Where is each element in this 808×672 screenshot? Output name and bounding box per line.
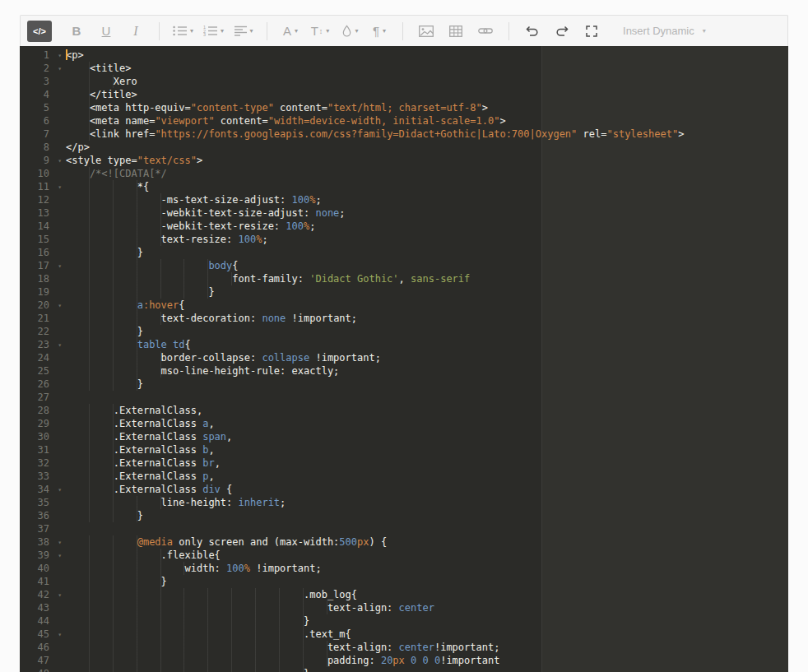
code-line[interactable]: 25mso-line-height-rule: exactly; xyxy=(20,364,788,378)
code-view-button[interactable]: </> xyxy=(27,21,52,42)
code-line[interactable]: 46text-align: center!important; xyxy=(20,641,788,654)
insert-link-button[interactable] xyxy=(476,21,495,42)
line-number: 35 xyxy=(38,497,49,508)
gutter-cell: 18 xyxy=(20,272,66,285)
code-line[interactable]: 6<meta name="viewport" content="width=de… xyxy=(20,114,788,127)
gutter-cell: 47 xyxy=(20,654,66,667)
highlight-color-button[interactable]: ▾ xyxy=(340,21,360,42)
code-line[interactable]: 20▾a:hover{ xyxy=(20,299,788,312)
code-line[interactable]: 23▾table td{ xyxy=(20,338,788,351)
code-line[interactable]: 15text-resize: 100%; xyxy=(20,233,788,246)
code-line[interactable]: 17▾body{ xyxy=(20,259,788,272)
fold-toggle-icon[interactable]: ▾ xyxy=(58,181,62,194)
line-number: 24 xyxy=(38,352,49,364)
italic-button[interactable]: I xyxy=(126,21,146,42)
undo-button[interactable] xyxy=(522,21,542,42)
code-line[interactable]: 18font-family: 'Didact Gothic', sans-ser… xyxy=(20,272,788,285)
unordered-list-button[interactable]: ▾ xyxy=(173,21,193,42)
code-line[interactable]: 5<meta http-equiv="content-type" content… xyxy=(20,101,788,114)
chevron-down-icon: ▾ xyxy=(295,28,298,35)
fold-toggle-icon[interactable]: ▾ xyxy=(58,299,62,313)
fold-toggle-icon[interactable]: ▾ xyxy=(58,260,62,273)
insert-dynamic-button[interactable]: Insert Dynamic ▾ xyxy=(618,24,711,38)
code-line[interactable]: 8</p> xyxy=(20,141,788,154)
code-line[interactable]: 38▾@media only screen and (max-width:500… xyxy=(20,535,788,549)
fold-toggle-icon[interactable]: ▾ xyxy=(58,628,62,642)
align-button[interactable]: ▾ xyxy=(234,21,253,42)
redo-button[interactable] xyxy=(552,21,572,42)
code-line[interactable]: 32.ExternalClass br, xyxy=(20,456,788,470)
code-line[interactable]: 28.ExternalClass, xyxy=(20,404,788,417)
code-line[interactable]: 48} xyxy=(20,667,788,672)
code-line[interactable]: 39▾.flexible{ xyxy=(20,549,788,562)
chevron-down-icon: ▾ xyxy=(383,28,386,35)
code-line[interactable]: 10/*<![CDATA[*/ xyxy=(20,167,788,180)
fold-toggle-icon[interactable]: ▾ xyxy=(58,49,62,63)
code-line[interactable]: 44} xyxy=(20,614,788,628)
code-text: .ExternalClass span, xyxy=(66,430,232,443)
fold-toggle-icon[interactable]: ▾ xyxy=(58,155,62,168)
fold-toggle-icon[interactable]: ▾ xyxy=(58,549,62,563)
code-segment: Xero xyxy=(114,76,137,87)
code-line[interactable]: 24border-collapse: collapse !important; xyxy=(20,351,788,364)
code-line[interactable]: 14-webkit-text-resize: 100%; xyxy=(20,220,788,233)
code-line[interactable]: 9▾<style type="text/css"> xyxy=(20,154,788,167)
code-line[interactable]: 35line-height: inherit; xyxy=(20,496,788,509)
code-line[interactable]: 19} xyxy=(20,285,788,299)
gutter-cell: 20▾ xyxy=(20,299,66,312)
indent-guides xyxy=(66,127,90,141)
code-text: } xyxy=(66,575,167,588)
code-line[interactable]: 29.ExternalClass a, xyxy=(20,417,788,430)
code-segment: text-decoration: xyxy=(161,313,262,324)
code-line[interactable]: 11▾*{ xyxy=(20,180,788,193)
code-line[interactable]: 21text-decoration: none !important; xyxy=(20,312,788,325)
code-line[interactable]: 40width: 100% !important; xyxy=(20,562,788,575)
code-line[interactable]: 33.ExternalClass p, xyxy=(20,470,788,483)
code-segment: 100 xyxy=(226,563,244,574)
code-segment: .ExternalClass xyxy=(114,484,202,495)
indent-guides xyxy=(66,180,137,193)
gutter-cell: 8 xyxy=(20,141,66,154)
code-segment: "content-type" xyxy=(191,102,274,114)
font-color-button[interactable]: A ▾ xyxy=(281,21,300,42)
fold-toggle-icon[interactable]: ▾ xyxy=(58,484,62,497)
code-line[interactable]: 37 xyxy=(20,522,788,535)
code-line[interactable]: 3Xero xyxy=(20,75,788,88)
text-size-button[interactable]: T ↕ ▾ xyxy=(310,21,330,42)
code-line[interactable]: 16} xyxy=(20,246,788,259)
code-line[interactable]: 27 xyxy=(20,391,788,404)
fold-toggle-icon[interactable]: ▾ xyxy=(58,536,62,549)
code-line[interactable]: 13-webkit-text-size-adjust: none; xyxy=(20,206,788,220)
fold-toggle-icon[interactable]: ▾ xyxy=(58,339,62,352)
fullscreen-button[interactable] xyxy=(582,21,601,42)
fold-toggle-icon[interactable]: ▾ xyxy=(58,63,62,76)
code-text: .mob_log{ xyxy=(66,588,357,601)
code-line[interactable]: 30.ExternalClass span, xyxy=(20,430,788,443)
underline-button[interactable]: U xyxy=(96,21,116,42)
code-line[interactable]: 2▾<title> xyxy=(20,62,788,75)
paragraph-format-button[interactable]: ¶ ▾ xyxy=(369,21,389,42)
code-line[interactable]: 45▾.text_m{ xyxy=(20,628,788,641)
code-segment: px xyxy=(357,536,369,548)
code-line[interactable]: 26} xyxy=(20,378,788,391)
gutter-cell: 38▾ xyxy=(20,535,66,549)
code-line[interactable]: 22} xyxy=(20,325,788,338)
code-line[interactable]: 7<link href="https://fonts.googleapis.co… xyxy=(20,127,788,141)
bold-button[interactable]: B xyxy=(67,21,86,42)
ordered-list-button[interactable]: 1 2 3 ▾ xyxy=(203,21,224,42)
code-line[interactable]: 41} xyxy=(20,575,788,588)
code-line[interactable]: 4</title> xyxy=(20,88,788,101)
code-line[interactable]: 34▾.ExternalClass div { xyxy=(20,483,788,496)
code-line[interactable]: 1▾<p> xyxy=(20,49,788,62)
code-line[interactable]: 42▾.mob_log{ xyxy=(20,588,788,601)
code-line[interactable]: 12-ms-text-size-adjust: 100%; xyxy=(20,193,788,206)
insert-table-button[interactable] xyxy=(446,21,466,42)
code-line[interactable]: 43text-align: center xyxy=(20,601,788,614)
insert-image-button[interactable] xyxy=(416,21,436,42)
code-editor[interactable]: 1▾<p>2▾<title>3Xero4</title>5<meta http-… xyxy=(20,46,788,672)
code-line[interactable]: 36} xyxy=(20,509,788,522)
code-line[interactable]: 31.ExternalClass b, xyxy=(20,443,788,456)
gutter-cell: 32 xyxy=(20,456,66,470)
code-line[interactable]: 47padding: 20px 0 0 0!important xyxy=(20,654,788,667)
fold-toggle-icon[interactable]: ▾ xyxy=(58,589,62,602)
